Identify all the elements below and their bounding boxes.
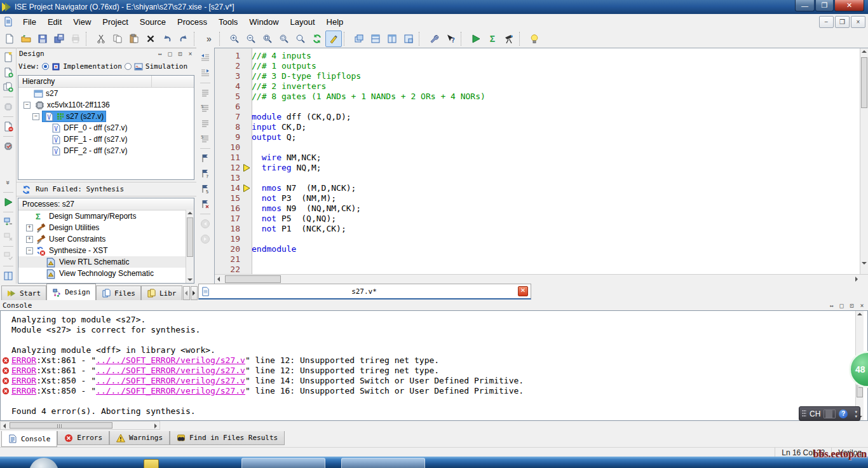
menu-help[interactable]: Help <box>321 15 349 29</box>
bulb-icon[interactable] <box>526 31 543 47</box>
add-source-icon[interactable] <box>1 65 15 79</box>
start-orb[interactable] <box>29 458 58 468</box>
win-arrange-icon[interactable] <box>400 31 417 47</box>
menu-window[interactable]: Window <box>243 15 284 29</box>
tree-expander-icon[interactable]: − <box>26 247 33 254</box>
indent-icon[interactable] <box>198 66 212 80</box>
error-link[interactable]: ERROR <box>11 386 36 396</box>
flag-next-icon[interactable]: ? <box>198 167 212 181</box>
whats-this-icon[interactable]: ? <box>442 31 459 47</box>
win-tile-h-icon[interactable] <box>367 31 384 47</box>
flag-prev-icon[interactable]: 5 <box>198 182 212 196</box>
error-link[interactable]: ../../SOFT_ERROR/verilog/s27.v <box>96 366 245 375</box>
lines-5b-icon[interactable]: 5 <box>198 132 212 146</box>
console-maximize-icon[interactable]: □ <box>838 302 845 309</box>
taskbar-pinned-icon[interactable] <box>144 459 159 468</box>
menu-edit[interactable]: Edit <box>42 15 67 29</box>
zoom-out-icon[interactable] <box>243 31 259 47</box>
zoom-window-icon[interactable] <box>259 31 276 47</box>
simulation-radio[interactable] <box>125 63 132 70</box>
tree-expander-icon[interactable]: + <box>26 224 33 231</box>
implementation-label[interactable]: Implementation <box>63 62 122 71</box>
tab-find-in-files-results[interactable]: Find in Files Results <box>170 431 285 445</box>
save-icon[interactable] <box>34 31 51 47</box>
keyboard-icon[interactable] <box>824 410 836 418</box>
mdi-minimize-button[interactable]: − <box>819 16 834 28</box>
hierarchy-header[interactable]: Hierarchy <box>18 76 194 88</box>
zoom-in-icon[interactable] <box>226 31 243 47</box>
taskbar-button[interactable] <box>341 458 425 468</box>
hierarchy-item[interactable]: VDFF_0 - dff (s27.v) <box>18 122 194 134</box>
tab-warnings[interactable]: Warnings <box>109 431 170 445</box>
hierarchy-item[interactable]: −Vs27 (s27.v) <box>18 111 194 122</box>
tab-files[interactable]: Files <box>96 286 141 300</box>
float-panel-icon[interactable]: ⊡ <box>177 50 184 57</box>
open-file-icon[interactable] <box>18 31 34 47</box>
redo-icon[interactable] <box>175 31 192 47</box>
delete-icon[interactable] <box>142 31 159 47</box>
undo-icon[interactable] <box>159 31 175 47</box>
language-bar[interactable]: CH ? ▾▾ <box>799 406 860 421</box>
console-horizontal-scrollbar[interactable] <box>0 421 160 430</box>
error-link[interactable]: ERROR <box>11 355 36 365</box>
editor-tab-close-icon[interactable]: ✕ <box>518 286 528 296</box>
menu-process[interactable]: Process <box>172 15 213 29</box>
tab-start[interactable]: Start <box>1 286 46 300</box>
menu-tools[interactable]: Tools <box>213 15 243 29</box>
new-file-icon[interactable] <box>1 31 18 47</box>
play-small-icon[interactable] <box>1 195 15 209</box>
tab-scroll-left-icon[interactable] <box>183 286 190 300</box>
win-cascade-icon[interactable] <box>351 31 367 47</box>
minimize-button[interactable]: — <box>795 0 815 11</box>
console-output[interactable]: Analyzing top module <s27>.Module <s27> … <box>0 310 868 421</box>
save-all-icon[interactable] <box>51 31 67 47</box>
lines-a-icon[interactable] <box>198 86 212 100</box>
error-link[interactable]: ERROR <box>11 376 36 385</box>
sigma-icon[interactable]: Σ <box>484 31 501 47</box>
win-tile-v-icon[interactable] <box>384 31 400 47</box>
mdi-restore-button[interactable]: ❐ <box>835 16 850 28</box>
tab-design[interactable]: Design <box>46 284 96 300</box>
paste-icon[interactable] <box>126 31 142 47</box>
console-float-icon[interactable]: ⊡ <box>848 302 855 309</box>
langbar-grip[interactable] <box>802 410 806 418</box>
lines-5a-icon[interactable]: 5 <box>198 101 212 115</box>
implementation-radio[interactable] <box>42 63 49 70</box>
copy-icon[interactable] <box>109 31 126 47</box>
tree-expander-icon[interactable]: + <box>26 236 33 243</box>
outdent-icon[interactable] <box>198 51 212 65</box>
refresh-icon[interactable] <box>309 31 325 47</box>
proc-run-icon[interactable] <box>1 215 15 229</box>
zoom-window2-icon[interactable] <box>276 31 292 47</box>
processes-header[interactable]: Processes: s27 <box>18 198 194 210</box>
flag-icon[interactable] <box>198 151 212 165</box>
tab-console[interactable]: Console <box>1 431 57 447</box>
process-item[interactable]: View Technology Schematic <box>18 268 186 279</box>
hierarchy-item[interactable]: VDFF_1 - dff (s27.v) <box>18 134 194 145</box>
processes-scrollbar[interactable] <box>186 210 194 283</box>
run-play-icon[interactable] <box>468 31 484 47</box>
process-item[interactable]: +User Constraints <box>18 233 186 245</box>
columns-icon[interactable] <box>1 269 15 283</box>
hierarchy-item[interactable]: −xc5vlx110t-2ff1136 <box>18 99 194 111</box>
code-editor[interactable]: 1//# 4 inputs2//# 1 outputs3//# 3 D-type… <box>215 48 868 284</box>
new-window-icon[interactable] <box>1 50 15 64</box>
tab-libr[interactable]: Libr <box>141 286 182 300</box>
tree-expander-icon[interactable]: − <box>24 102 31 109</box>
langbar-help-icon[interactable]: ? <box>839 410 848 418</box>
mdi-close-button[interactable]: × <box>851 16 865 28</box>
telescope-icon[interactable] <box>501 31 517 47</box>
wrench-icon[interactable] <box>426 31 442 47</box>
hierarchy-item[interactable]: VDFF_2 - dff (s27.v) <box>18 145 194 156</box>
console-close-icon[interactable]: × <box>858 302 865 309</box>
process-item[interactable]: View RTL Schematic <box>18 256 186 268</box>
simulation-label[interactable]: Simulation <box>146 62 187 71</box>
tab-scroll-right-icon[interactable] <box>191 286 198 300</box>
langbar-options-icon[interactable]: ▾▾ <box>855 410 857 418</box>
menu-view[interactable]: View <box>67 15 97 29</box>
close-panel-icon[interactable]: × <box>187 50 194 57</box>
lines-b-icon[interactable] <box>198 116 212 130</box>
cut-icon[interactable] <box>93 31 109 47</box>
process-item[interactable]: +Design Utilities <box>18 222 186 233</box>
hierarchy-item[interactable]: s27 <box>18 88 194 99</box>
